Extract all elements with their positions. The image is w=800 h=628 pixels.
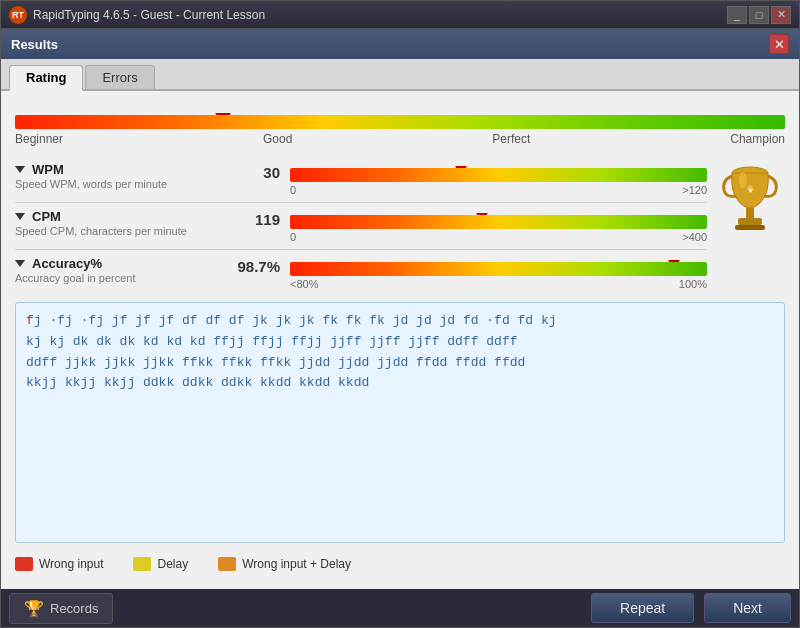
legend-wrong-delay-label: Wrong input + Delay [242, 557, 351, 571]
accuracy-range: <80% 100% [290, 278, 707, 290]
records-label: Records [50, 601, 98, 616]
label-champion: Champion [730, 132, 785, 146]
cpm-bar-area: 0 >400 [290, 209, 707, 243]
main-content: Beginner Good Perfect Champion WPM [1, 91, 799, 589]
tab-rating[interactable]: Rating [9, 65, 83, 91]
overall-rating-bar: Beginner Good Perfect Champion [15, 103, 785, 146]
bottom-bar: 🏆 Records Repeat Next [1, 589, 799, 627]
tabs-container: Rating Errors [1, 59, 799, 91]
next-button[interactable]: Next [704, 593, 791, 623]
accuracy-value: 98.7% [225, 256, 280, 275]
wpm-desc: Speed WPM, words per minute [15, 178, 215, 190]
wpm-range: 0 >120 [290, 184, 707, 196]
svg-rect-4 [735, 225, 765, 230]
trophy-svg: ★ [720, 158, 780, 238]
legend-wrong-box [15, 557, 33, 571]
trophy-image: ★ [715, 158, 785, 238]
accuracy-desc: Accuracy goal in percent [15, 272, 215, 284]
legend-wrong-label: Wrong input [39, 557, 103, 571]
text-char-f: f [26, 313, 34, 328]
accuracy-bar [290, 262, 707, 276]
wpm-value: 30 [225, 162, 280, 181]
main-window: RT RapidTyping 4.6.5 - Guest - Current L… [0, 0, 800, 628]
metric-wpm: WPM Speed WPM, words per minute 30 [15, 158, 707, 200]
svg-rect-2 [746, 208, 754, 218]
accuracy-label: Accuracy% [15, 256, 215, 271]
metric-accuracy: Accuracy% Accuracy goal in percent 98.7% [15, 252, 707, 294]
cpm-value: 119 [225, 209, 280, 228]
cpm-range: 0 >400 [290, 231, 707, 243]
maximize-button[interactable]: □ [749, 6, 769, 24]
wpm-bar [290, 168, 707, 182]
svg-rect-3 [738, 218, 762, 225]
label-beginner: Beginner [15, 132, 63, 146]
app-icon: RT [9, 6, 27, 24]
accuracy-bar-area: <80% 100% [290, 256, 707, 290]
title-bar-controls: _ □ ✕ [727, 6, 791, 24]
tab-errors[interactable]: Errors [85, 65, 154, 89]
minimize-button[interactable]: _ [727, 6, 747, 24]
label-good: Good [263, 132, 292, 146]
legend-wrong-input: Wrong input [15, 557, 103, 571]
wpm-label: WPM [15, 162, 215, 177]
svg-text:★: ★ [747, 186, 754, 195]
window-title: RapidTyping 4.6.5 - Guest - Current Less… [33, 8, 727, 22]
legend-delay-box [133, 557, 151, 571]
content-area: Rating Errors Beginner Good Perfect [1, 59, 799, 589]
dialog-close-button[interactable]: ✕ [769, 34, 789, 54]
close-button[interactable]: ✕ [771, 6, 791, 24]
cpm-bar [290, 215, 707, 229]
dialog-title: Results [11, 37, 769, 52]
repeat-button[interactable]: Repeat [591, 593, 694, 623]
records-button[interactable]: 🏆 Records [9, 593, 113, 624]
records-icon: 🏆 [24, 599, 44, 618]
rating-labels: Beginner Good Perfect Champion [15, 132, 785, 146]
legend-delay: Delay [133, 557, 188, 571]
metrics-container: WPM Speed WPM, words per minute 30 [15, 158, 707, 294]
legend-wrong-delay: Wrong input + Delay [218, 557, 351, 571]
cpm-desc: Speed CPM, characters per minute [15, 225, 215, 237]
wpm-bar-area: 0 >120 [290, 162, 707, 196]
legend-wrong-delay-box [218, 557, 236, 571]
title-bar: RT RapidTyping 4.6.5 - Guest - Current L… [1, 1, 799, 29]
dialog-title-bar: Results ✕ [1, 29, 799, 59]
cpm-label: CPM [15, 209, 215, 224]
text-display: fj ·fj ·fj jf jf jf df df df jk jk jk fk… [15, 302, 785, 543]
rating-bar-track [15, 115, 785, 129]
label-perfect: Perfect [492, 132, 530, 146]
metric-cpm: CPM Speed CPM, characters per minute 119 [15, 205, 707, 247]
legend-delay-label: Delay [157, 557, 188, 571]
legend: Wrong input Delay Wrong input + Delay [15, 551, 785, 577]
